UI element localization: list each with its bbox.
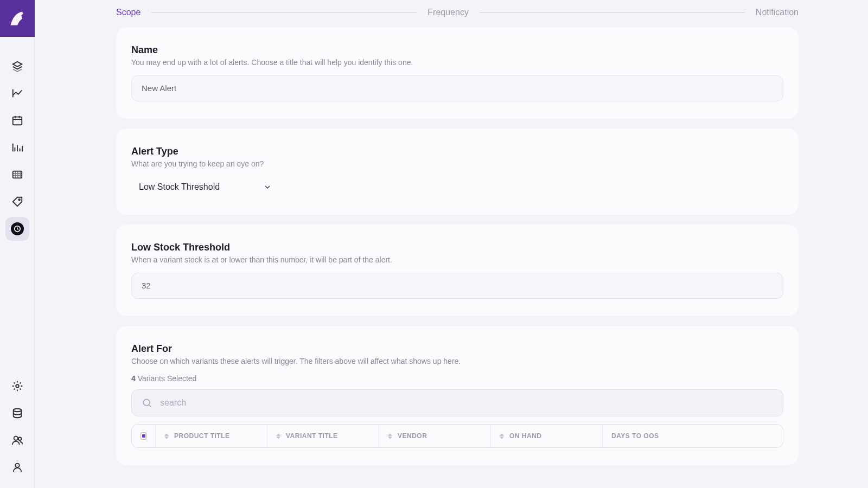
variants-selected-count: 4 Variants Selected <box>131 374 783 383</box>
table-header: PRODUCT TITLE VARIANT TITLE VENDOR ON HA… <box>131 424 783 448</box>
name-input[interactable] <box>142 84 773 93</box>
sort-icon <box>276 433 280 439</box>
svg-point-7 <box>18 438 21 441</box>
for-title: Alert For <box>131 343 783 355</box>
for-card: Alert For Choose on which variants these… <box>116 326 799 465</box>
name-card: Name You may end up with a lot of alerts… <box>116 27 799 119</box>
sort-icon <box>164 433 169 439</box>
logo[interactable] <box>0 0 35 37</box>
nav-user-icon[interactable] <box>5 455 29 479</box>
for-desc: Choose on which variants these alerts wi… <box>131 357 783 365</box>
col-vendor[interactable]: VENDOR <box>379 425 491 447</box>
threshold-input[interactable] <box>142 281 773 290</box>
nav-users-icon[interactable] <box>5 428 29 452</box>
nav-calendar-icon[interactable] <box>5 108 29 132</box>
nav-settings-icon[interactable] <box>5 374 29 398</box>
col-on-hand[interactable]: ON HAND <box>491 425 603 447</box>
threshold-desc: When a variant stock is at or lower than… <box>131 255 783 264</box>
type-selected-value: Low Stock Threshold <box>139 182 220 192</box>
type-desc: What are you trying to keep an eye on? <box>131 159 783 168</box>
step-line <box>480 12 745 13</box>
step-frequency[interactable]: Frequency <box>427 8 469 17</box>
nav-trend-icon[interactable] <box>5 81 29 105</box>
type-card: Alert Type What are you trying to keep a… <box>116 129 799 215</box>
svg-point-2 <box>18 199 20 201</box>
svg-point-5 <box>13 409 21 412</box>
nav-database-icon[interactable] <box>5 401 29 425</box>
step-scope[interactable]: Scope <box>116 8 141 17</box>
svg-point-4 <box>16 384 19 388</box>
svg-point-8 <box>15 464 19 467</box>
search-wrap[interactable] <box>131 389 783 416</box>
nav-clock-icon[interactable] <box>5 217 29 241</box>
nav-tag-icon[interactable] <box>5 190 29 214</box>
threshold-card: Low Stock Threshold When a variant stock… <box>116 224 799 316</box>
step-line <box>151 12 417 13</box>
name-title: Name <box>131 44 783 56</box>
threshold-title: Low Stock Threshold <box>131 242 783 253</box>
chevron-down-icon <box>263 183 272 191</box>
nav-bars-icon[interactable] <box>5 136 29 159</box>
col-product-title[interactable]: PRODUCT TITLE <box>156 425 267 447</box>
sort-icon <box>500 433 504 439</box>
search-icon <box>142 397 152 408</box>
svg-point-9 <box>143 399 150 406</box>
col-days-to-oos[interactable]: DAYS TO OOS <box>603 425 783 447</box>
step-notification[interactable]: Notification <box>756 8 799 17</box>
type-select[interactable]: Low Stock Threshold <box>131 177 279 197</box>
select-all-checkbox[interactable] <box>132 425 156 447</box>
name-desc: You may end up with a lot of alerts. Cho… <box>131 58 783 67</box>
stepper: Scope Frequency Notification <box>116 2 799 27</box>
nav-grid-icon[interactable] <box>5 163 29 187</box>
col-variant-title[interactable]: VARIANT TITLE <box>267 425 379 447</box>
search-input[interactable] <box>160 398 773 408</box>
type-title: Alert Type <box>131 146 783 157</box>
svg-rect-0 <box>12 117 22 125</box>
nav-layers-icon[interactable] <box>5 54 29 78</box>
svg-point-6 <box>14 436 17 440</box>
sort-icon <box>388 433 392 439</box>
